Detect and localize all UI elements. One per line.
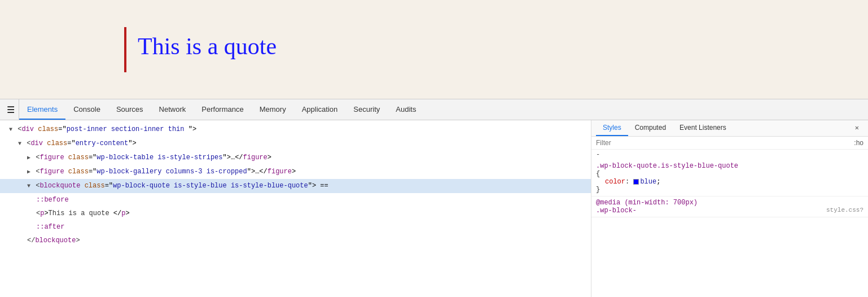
css-property-name: color	[596, 178, 625, 186]
collapse-triangle[interactable]: ▼	[27, 183, 30, 189]
tab-styles[interactable]: Styles	[596, 120, 628, 136]
css-sub-selector-line: .wp-block- style.css?	[596, 207, 863, 215]
quote-border-decoration	[124, 27, 126, 72]
dom-tree-panel[interactable]: ▼ <div class="post-inner section-inner t…	[0, 120, 591, 297]
tab-network[interactable]: Network	[151, 99, 194, 120]
dash-separator: -	[591, 150, 868, 160]
css-brace-close: }	[596, 186, 863, 194]
styles-tab-bar: Styles Computed Event Listeners ✕	[591, 120, 868, 137]
dom-line-selected[interactable]: ▼ <blockquote class="wp-block-quote is-s…	[0, 179, 591, 193]
dom-line-pseudo[interactable]: ::after	[0, 220, 591, 234]
css-selector-line: .wp-block-quote.is-style-blue-quote	[596, 162, 863, 170]
collapse-triangle-right[interactable]: ▶	[27, 169, 30, 175]
tab-elements[interactable]: Elements	[19, 99, 65, 120]
dom-line-pseudo[interactable]: ::before	[0, 193, 591, 207]
tab-memory[interactable]: Memory	[252, 99, 294, 120]
dom-line[interactable]: ▶ <figure class="wp-block-table is-style…	[0, 151, 591, 165]
dom-line[interactable]: ▼ <div class="post-inner section-inner t…	[0, 123, 591, 137]
css-property-value: blue	[640, 178, 656, 186]
devtools-tab-bar: ☰ Elements Console Sources Network Perfo…	[0, 99, 868, 120]
tab-event-listeners[interactable]: Event Listeners	[673, 120, 733, 136]
css-rule: .wp-block-quote.is-style-blue-quote { co…	[591, 160, 868, 196]
dom-line[interactable]: <p>This is a quote </p>	[0, 207, 591, 220]
tab-sources[interactable]: Sources	[108, 99, 151, 120]
at-rule-label: @media (min-width: 700px)	[596, 199, 698, 207]
blockquote-preview: This is a quote	[124, 27, 277, 72]
tab-security[interactable]: Security	[345, 99, 388, 120]
devtools-content: ▼ <div class="post-inner section-inner t…	[0, 120, 868, 297]
tab-computed[interactable]: Computed	[628, 120, 673, 136]
dom-line-closing[interactable]: </blockquote>	[0, 234, 591, 247]
devtools-panel: ☰ Elements Console Sources Network Perfo…	[0, 99, 868, 297]
collapse-triangle-right[interactable]: ▶	[27, 155, 30, 161]
devtools-icon-button[interactable]: ☰	[2, 99, 19, 120]
collapse-triangle[interactable]: ▼	[18, 141, 21, 147]
filter-input[interactable]	[596, 139, 854, 147]
css-source-file: style.css?	[826, 207, 863, 215]
css-media-query: @media (min-width: 700px)	[596, 199, 863, 207]
tab-console[interactable]: Console	[65, 99, 108, 120]
css-selector: .wp-block-quote.is-style-blue-quote	[596, 162, 738, 170]
tab-application[interactable]: Application	[294, 99, 346, 120]
styles-panel: Styles Computed Event Listeners ✕ :ho	[591, 120, 868, 297]
styles-close-button[interactable]: ✕	[851, 120, 863, 136]
filter-bar: :ho	[591, 137, 868, 150]
css-at-rule: @media (min-width: 700px) .wp-block- sty…	[591, 196, 868, 217]
dom-line[interactable]: ▼ <div class="entry-content">	[0, 137, 591, 151]
css-brace-open: {	[596, 170, 863, 178]
tab-performance[interactable]: Performance	[194, 99, 251, 120]
preview-area: This is a quote	[0, 0, 868, 99]
dom-line[interactable]: ▶ <figure class="wp-block-gallery column…	[0, 165, 591, 179]
css-sub-selector: .wp-block-	[596, 207, 637, 215]
css-property-line[interactable]: color: blue;	[596, 178, 863, 186]
collapse-triangle[interactable]: ▼	[9, 126, 12, 133]
menu-icon: ☰	[7, 104, 15, 115]
color-swatch[interactable]	[633, 179, 639, 185]
filter-pseudo-label[interactable]: :ho	[854, 139, 863, 147]
quote-text: This is a quote	[138, 27, 277, 72]
tab-audits[interactable]: Audits	[388, 99, 424, 120]
